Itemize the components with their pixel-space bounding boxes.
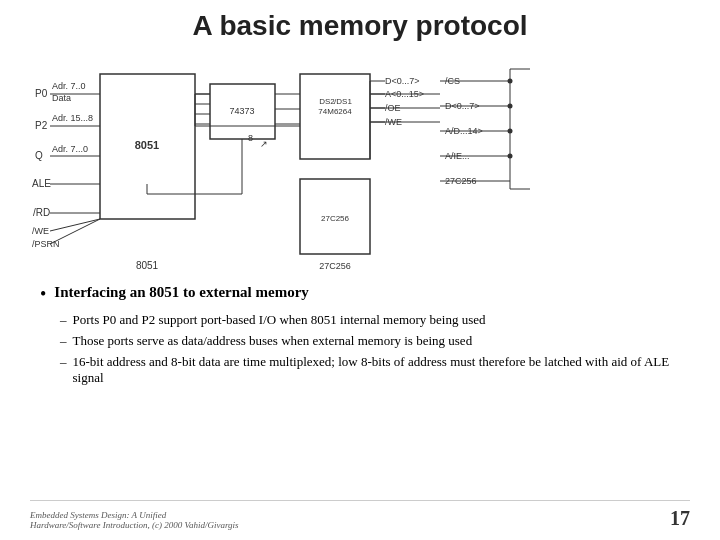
page-title: A basic memory protocol <box>30 10 690 42</box>
svg-text:Data: Data <box>52 93 71 103</box>
sub-bullets: – Ports P0 and P2 support port-based I/O… <box>60 312 680 386</box>
svg-text:↗: ↗ <box>260 139 268 149</box>
svg-text:/WE: /WE <box>32 226 49 236</box>
content-area: • Interfacing an 8051 to external memory… <box>30 284 690 496</box>
svg-text:P0: P0 <box>35 88 48 99</box>
main-bullet: • Interfacing an 8051 to external memory <box>40 284 680 306</box>
sub-bullet-1-text: Ports P0 and P2 support port-based I/O w… <box>73 312 486 328</box>
svg-text:Adr. 7...0: Adr. 7...0 <box>52 144 88 154</box>
svg-text:27C256: 27C256 <box>321 214 350 223</box>
sub-bullet-3-text: 16-bit address and 8-bit data are time m… <box>73 354 681 386</box>
sub-bullet-2-text: Those ports serve as data/address buses … <box>73 333 473 349</box>
footer: Embedded Systems Design: A Unified Hardw… <box>30 500 690 530</box>
svg-text:ALE: ALE <box>32 178 51 189</box>
svg-text:D<0...7>: D<0...7> <box>385 76 420 86</box>
svg-text:P2: P2 <box>35 120 48 131</box>
svg-text:Adr. 15...8: Adr. 15...8 <box>52 113 93 123</box>
svg-rect-32 <box>300 74 370 159</box>
svg-text:8051: 8051 <box>135 139 159 151</box>
footer-left: Embedded Systems Design: A Unified Hardw… <box>30 510 239 530</box>
footer-line2: Hardware/Software Introduction, (c) 2000… <box>30 520 239 530</box>
svg-text:Q: Q <box>35 150 43 161</box>
sub-bullet-3: – 16-bit address and 8-bit data are time… <box>60 354 680 386</box>
svg-line-17 <box>50 219 100 231</box>
sub-bullet-1: – Ports P0 and P2 support port-based I/O… <box>60 312 680 328</box>
svg-text:/RD: /RD <box>33 207 50 218</box>
svg-text:Adr. 7..0: Adr. 7..0 <box>52 81 86 91</box>
main-bullet-text: Interfacing an 8051 to external memory <box>54 284 309 301</box>
dash-icon-3: – <box>60 354 67 370</box>
page: A basic memory protocol 8051 P0 Adr. 7..… <box>0 0 720 540</box>
svg-line-19 <box>50 219 100 244</box>
page-number: 17 <box>670 507 690 530</box>
svg-text:27C256: 27C256 <box>319 261 351 271</box>
diagram: 8051 P0 Adr. 7..0 Data P2 Adr. 15...8 Q … <box>30 54 690 284</box>
svg-text:74M6264: 74M6264 <box>318 107 352 116</box>
svg-text:8051: 8051 <box>136 260 159 271</box>
svg-text:DS2: DS2 <box>319 97 335 106</box>
sub-bullet-2: – Those ports serve as data/address buse… <box>60 333 680 349</box>
svg-text:/DS1: /DS1 <box>334 97 352 106</box>
dash-icon-2: – <box>60 333 67 349</box>
bullet-icon: • <box>40 284 46 306</box>
dash-icon: – <box>60 312 67 328</box>
svg-text:74373: 74373 <box>229 106 254 116</box>
svg-text:/PSRN: /PSRN <box>32 239 60 249</box>
footer-line1: Embedded Systems Design: A Unified <box>30 510 239 520</box>
svg-text:8: 8 <box>248 133 253 143</box>
